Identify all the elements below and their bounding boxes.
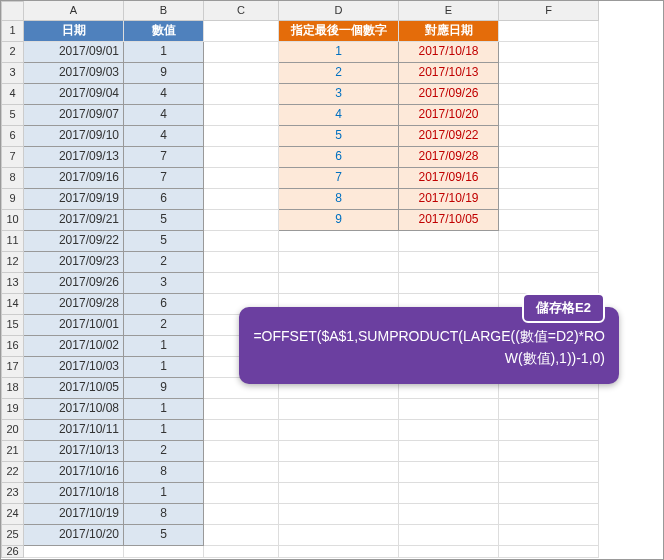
- cell[interactable]: [279, 504, 399, 525]
- cell[interactable]: [204, 210, 279, 231]
- cell[interactable]: [204, 483, 279, 504]
- cell[interactable]: [399, 462, 499, 483]
- row-header[interactable]: 7: [1, 147, 24, 168]
- cell-date[interactable]: 2017/09/23: [24, 252, 124, 273]
- cell[interactable]: [279, 399, 399, 420]
- cell-value[interactable]: 3: [124, 273, 204, 294]
- cell[interactable]: [399, 525, 499, 546]
- cell-date[interactable]: 2017/10/18: [24, 483, 124, 504]
- cell[interactable]: [499, 231, 599, 252]
- header-value[interactable]: 數值: [124, 21, 204, 42]
- cell-date[interactable]: 2017/09/26: [24, 273, 124, 294]
- cell-value[interactable]: 8: [124, 504, 204, 525]
- cell[interactable]: [204, 273, 279, 294]
- row-header[interactable]: 8: [1, 168, 24, 189]
- cell[interactable]: [279, 483, 399, 504]
- row-header[interactable]: 23: [1, 483, 24, 504]
- cell[interactable]: [499, 63, 599, 84]
- row-header[interactable]: 6: [1, 126, 24, 147]
- cell-value[interactable]: 6: [124, 189, 204, 210]
- cell[interactable]: [499, 126, 599, 147]
- header-lastnum[interactable]: 指定最後一個數字: [279, 21, 399, 42]
- cell-date[interactable]: 2017/09/22: [24, 231, 124, 252]
- cell-date[interactable]: 2017/10/03: [24, 357, 124, 378]
- cell-date[interactable]: 2017/09/01: [24, 42, 124, 63]
- cell-date[interactable]: 2017/09/07: [24, 105, 124, 126]
- row-header[interactable]: 9: [1, 189, 24, 210]
- cell-date[interactable]: 2017/10/05: [24, 378, 124, 399]
- cell[interactable]: [124, 546, 204, 558]
- cell[interactable]: [499, 504, 599, 525]
- row-header[interactable]: 18: [1, 378, 24, 399]
- cell[interactable]: [204, 63, 279, 84]
- cell[interactable]: [499, 420, 599, 441]
- cell[interactable]: [204, 462, 279, 483]
- row-header[interactable]: 11: [1, 231, 24, 252]
- cell[interactable]: [499, 483, 599, 504]
- cell[interactable]: [204, 21, 279, 42]
- row-header[interactable]: 26: [1, 546, 24, 558]
- row-header[interactable]: 24: [1, 504, 24, 525]
- row-header[interactable]: 12: [1, 252, 24, 273]
- cell[interactable]: [499, 399, 599, 420]
- cell-value[interactable]: 5: [124, 525, 204, 546]
- cell-matchdate[interactable]: 2017/09/26: [399, 84, 499, 105]
- cell[interactable]: [204, 105, 279, 126]
- row-header[interactable]: 20: [1, 420, 24, 441]
- cell[interactable]: [499, 189, 599, 210]
- cell-value[interactable]: 2: [124, 315, 204, 336]
- cell-matchdate[interactable]: 2017/10/19: [399, 189, 499, 210]
- col-header[interactable]: C: [204, 1, 279, 21]
- cell[interactable]: [204, 399, 279, 420]
- cell[interactable]: [204, 525, 279, 546]
- cell[interactable]: [499, 42, 599, 63]
- cell[interactable]: [399, 252, 499, 273]
- cell-lastnum[interactable]: 1: [279, 42, 399, 63]
- cell-lastnum[interactable]: 2: [279, 63, 399, 84]
- cell-matchdate[interactable]: 2017/09/16: [399, 168, 499, 189]
- row-header[interactable]: 4: [1, 84, 24, 105]
- spreadsheet-grid[interactable]: ABCDEF1日期數值指定最後一個數字對應日期22017/09/01112017…: [1, 1, 663, 558]
- cell-value[interactable]: 4: [124, 105, 204, 126]
- cell[interactable]: [499, 441, 599, 462]
- cell-value[interactable]: 5: [124, 231, 204, 252]
- cell-value[interactable]: 9: [124, 63, 204, 84]
- cell-date[interactable]: 2017/10/08: [24, 399, 124, 420]
- cell[interactable]: [204, 441, 279, 462]
- header-date[interactable]: 日期: [24, 21, 124, 42]
- row-header[interactable]: 5: [1, 105, 24, 126]
- cell-value[interactable]: 4: [124, 84, 204, 105]
- cell[interactable]: [279, 462, 399, 483]
- cell[interactable]: [204, 252, 279, 273]
- cell-date[interactable]: 2017/10/20: [24, 525, 124, 546]
- cell-date[interactable]: 2017/09/13: [24, 147, 124, 168]
- col-header[interactable]: F: [499, 1, 599, 21]
- cell[interactable]: [204, 168, 279, 189]
- cell-value[interactable]: 9: [124, 378, 204, 399]
- cell[interactable]: [204, 546, 279, 558]
- cell[interactable]: [399, 231, 499, 252]
- cell-value[interactable]: 7: [124, 147, 204, 168]
- cell-lastnum[interactable]: 9: [279, 210, 399, 231]
- cell[interactable]: [279, 525, 399, 546]
- cell[interactable]: [499, 21, 599, 42]
- cell[interactable]: [499, 462, 599, 483]
- cell[interactable]: [279, 441, 399, 462]
- col-header[interactable]: D: [279, 1, 399, 21]
- cell[interactable]: [499, 525, 599, 546]
- cell-lastnum[interactable]: 5: [279, 126, 399, 147]
- cell-value[interactable]: 4: [124, 126, 204, 147]
- cell-date[interactable]: 2017/09/28: [24, 294, 124, 315]
- cell[interactable]: [279, 546, 399, 558]
- row-header[interactable]: 15: [1, 315, 24, 336]
- cell[interactable]: [399, 399, 499, 420]
- cell-date[interactable]: 2017/09/03: [24, 63, 124, 84]
- cell-date[interactable]: 2017/09/21: [24, 210, 124, 231]
- cell-lastnum[interactable]: 3: [279, 84, 399, 105]
- cell-value[interactable]: 1: [124, 399, 204, 420]
- cell[interactable]: [499, 252, 599, 273]
- cell[interactable]: [499, 147, 599, 168]
- cell[interactable]: [279, 231, 399, 252]
- cell[interactable]: [399, 504, 499, 525]
- row-header[interactable]: 1: [1, 21, 24, 42]
